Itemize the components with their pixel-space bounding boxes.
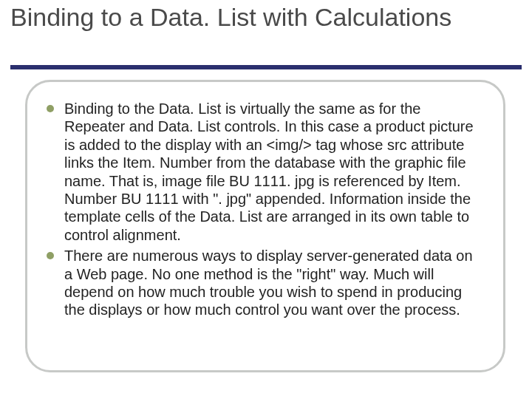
title-zone: Binding to a Data. List with Calculation… (10, 3, 522, 32)
slide: Binding to a Data. List with Calculation… (0, 0, 532, 399)
list-item: There are numerous ways to display serve… (47, 247, 484, 319)
list-item: Binding to the Data. List is virtually t… (47, 100, 484, 244)
slide-title: Binding to a Data. List with Calculation… (10, 3, 522, 32)
content-box: Binding to the Data. List is virtually t… (25, 80, 505, 372)
title-underline (10, 65, 522, 69)
bullet-list: Binding to the Data. List is virtually t… (47, 100, 484, 319)
bullet-text: Binding to the Data. List is virtually t… (64, 100, 474, 243)
bullet-text: There are numerous ways to display serve… (64, 248, 473, 318)
